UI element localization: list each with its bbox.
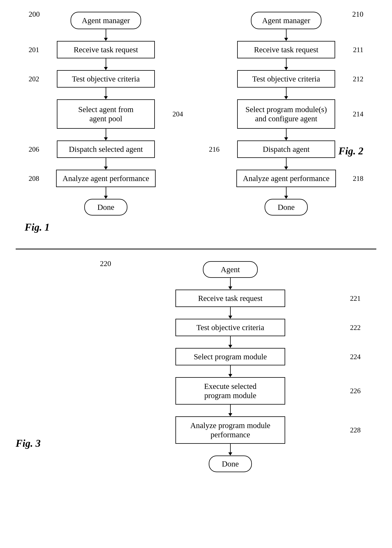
fig3-label: Fig. 3: [16, 437, 41, 449]
fig2-test-objective-wrapper: Test objective criteria 212: [205, 70, 367, 88]
arrow: [284, 88, 288, 99]
top-section: 200 Agent manager 201 Receive task reque…: [16, 12, 376, 233]
fig1-ref-200: 200: [29, 10, 40, 18]
arrow: [284, 58, 288, 70]
fig2-ref-210: 210: [352, 10, 363, 18]
fig2-analyze-wrapper: Analyze agent performance 218: [205, 170, 367, 187]
fig1-test-objective-wrapper: 202 Test objective criteria: [25, 70, 187, 88]
fig3-analyze: Analyze program module performance: [175, 416, 285, 444]
arrow: [228, 444, 232, 456]
arrow: [284, 129, 288, 140]
fig3-test-objective: Test objective criteria: [175, 319, 285, 336]
fig3-done-wrapper: Done: [84, 456, 376, 472]
fig2-done-wrapper: Done: [205, 199, 367, 215]
fig1-label: Fig. 1: [25, 221, 49, 233]
fig1-select-agent: Select agent from agent pool: [57, 99, 155, 129]
arrow: [104, 58, 108, 70]
fig2-label: Fig. 2: [338, 145, 363, 157]
fig3-test-objective-wrapper: Test objective criteria 222: [84, 319, 376, 336]
fig1-ref-201: 201: [29, 46, 39, 54]
fig1-analyze: Analyze agent performance: [56, 170, 156, 187]
fig2-ref-211: 211: [353, 46, 363, 54]
fig1-analyze-wrapper: 208 Analyze agent performance: [25, 170, 187, 187]
fig2-analyze: Analyze agent performance: [236, 170, 336, 187]
arrow: [104, 129, 108, 140]
fig2-dispatch: Dispatch agent: [237, 140, 335, 158]
fig2-ref-214: 214: [353, 110, 363, 118]
fig3-receive-task: Receive task request: [175, 290, 285, 307]
fig3-ref-220: 220: [100, 259, 111, 268]
arrow: [104, 29, 108, 41]
fig1-done: Done: [84, 199, 127, 215]
fig3-done: Done: [209, 456, 252, 472]
fig1-agent-manager: Agent manager: [70, 12, 141, 29]
fig3-ref-221: 221: [350, 294, 361, 303]
arrow: [228, 405, 232, 416]
fig1-receive-task: Receive task request: [57, 41, 155, 58]
fig3-analyze-wrapper: Analyze program module performance 228: [84, 416, 376, 444]
arrow: [228, 307, 232, 319]
arrow: [228, 336, 232, 348]
arrow: [284, 29, 288, 41]
fig1-done-wrapper: Done: [25, 199, 187, 215]
fig2-select-program-wrapper: Select program module(s) and configure a…: [205, 99, 367, 129]
arrow: [228, 278, 232, 290]
bottom-section: Fig. 3 220 Agent Receive task request 22…: [16, 261, 376, 472]
fig2-ref-218: 218: [353, 174, 363, 183]
fig1-ref-202: 202: [29, 75, 39, 83]
fig3-label-col: Fig. 3: [16, 261, 84, 449]
fig2-ref-212: 212: [353, 75, 363, 83]
fig3-ref-228: 228: [350, 426, 361, 434]
fig1-ref-208: 208: [29, 174, 39, 183]
fig1-ref-206: 206: [29, 145, 39, 153]
fig2-done: Done: [265, 199, 308, 215]
fig2-column: Agent manager 210 Receive task request 2…: [205, 12, 367, 215]
fig3-select-program-wrapper: Select program module 224: [84, 348, 376, 365]
fig2-agent-manager: Agent manager: [251, 12, 322, 29]
section-divider: [16, 249, 376, 250]
fig3-ref-226: 226: [350, 387, 361, 395]
fig1-label-wrapper: Fig. 1: [25, 221, 187, 233]
fig1-dispatch-wrapper: 206 Dispatch selected agent: [25, 140, 187, 158]
fig2-select-program: Select program module(s) and configure a…: [237, 99, 335, 129]
fig1-receive-task-wrapper: 201 Receive task request: [25, 41, 187, 58]
arrow: [284, 187, 288, 199]
fig1-column: 200 Agent manager 201 Receive task reque…: [25, 12, 187, 233]
fig1-dispatch: Dispatch selected agent: [57, 140, 155, 158]
fig3-ref-224: 224: [350, 353, 361, 361]
fig3-execute-wrapper: Execute selected program module 226: [84, 377, 376, 405]
fig1-ref-204: 204: [173, 110, 183, 118]
fig2-receive-task: Receive task request: [237, 41, 335, 58]
fig2-receive-task-wrapper: Receive task request 211: [205, 41, 367, 58]
fig3-select-program: Select program module: [175, 348, 285, 365]
fig2-test-objective: Test objective criteria: [237, 70, 335, 88]
fig1-select-agent-wrapper: Select agent from agent pool 204: [25, 99, 187, 129]
fig3-agent: Agent: [203, 261, 258, 278]
arrow: [228, 365, 232, 377]
fig3-agent-wrapper: 220 Agent: [84, 261, 376, 278]
fig1-agent-manager-wrapper: 200 Agent manager: [25, 12, 187, 29]
arrow: [104, 88, 108, 99]
fig2-agent-manager-wrapper: Agent manager 210: [205, 12, 367, 29]
arrow: [104, 158, 108, 170]
fig2-ref-216: 216: [209, 145, 219, 153]
fig3-ref-222: 222: [350, 324, 361, 332]
page: 200 Agent manager 201 Receive task reque…: [0, 0, 392, 548]
fig3-receive-task-wrapper: Receive task request 221: [84, 290, 376, 307]
fig1-test-objective: Test objective criteria: [57, 70, 155, 88]
arrow: [284, 158, 288, 170]
fig3-execute: Execute selected program module: [175, 377, 285, 405]
fig3-flow-col: 220 Agent Receive task request 221 Test …: [84, 261, 376, 472]
arrow: [104, 187, 108, 199]
